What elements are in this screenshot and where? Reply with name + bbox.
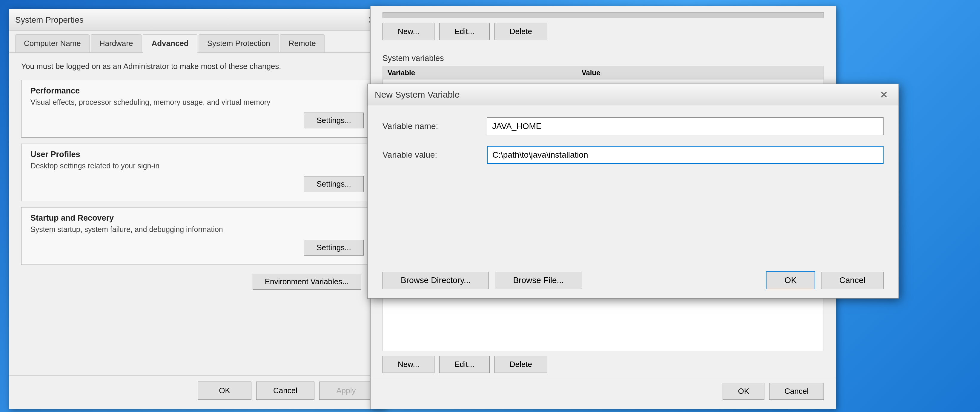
sys-props-cancel-btn[interactable]: Cancel	[256, 382, 314, 400]
sys-props-body: You must be logged on as an Administrato…	[9, 53, 385, 375]
sys-edit-btn[interactable]: Edit...	[439, 356, 489, 373]
performance-desc: Visual effects, processor scheduling, me…	[30, 98, 364, 107]
startup-recovery-settings-btn[interactable]: Settings...	[304, 240, 364, 256]
environment-variables-btn[interactable]: Environment Variables...	[253, 274, 361, 290]
variable-value-input[interactable]	[487, 146, 883, 164]
sys-props-footer: OK Cancel Apply	[9, 375, 385, 409]
variable-name-input[interactable]	[487, 117, 883, 135]
variable-value-label: Variable value:	[382, 150, 478, 160]
browse-directory-btn[interactable]: Browse Directory...	[382, 272, 489, 289]
sys-delete-btn[interactable]: Delete	[495, 356, 547, 373]
user-new-btn[interactable]: New...	[382, 23, 434, 40]
sys-props-titlebar: System Properties ✕	[9, 9, 385, 31]
startup-recovery-desc: System startup, system failure, and debu…	[30, 225, 364, 234]
performance-title: Performance	[30, 86, 364, 95]
tab-system-protection[interactable]: System Protection	[199, 34, 279, 52]
system-vars-label: System variables	[371, 45, 836, 66]
sys-new-btn[interactable]: New...	[382, 356, 434, 373]
tab-remote[interactable]: Remote	[280, 34, 325, 52]
sys-props-apply-btn[interactable]: Apply	[319, 382, 373, 400]
admin-notice: You must be logged on as an Administrato…	[21, 62, 373, 71]
variable-name-row: Variable name:	[382, 117, 883, 135]
browse-file-btn[interactable]: Browse File...	[495, 272, 582, 289]
env-footer: OK Cancel	[371, 378, 836, 409]
system-properties-window: System Properties ✕ Computer Name Hardwa…	[9, 9, 385, 409]
dialog-titlebar: New System Variable ✕	[368, 84, 899, 105]
dialog-body: Variable name: Variable value:	[368, 105, 899, 176]
dialog-close-btn[interactable]: ✕	[877, 87, 891, 102]
sys-vars-buttons: New... Edit... Delete	[371, 351, 836, 378]
user-delete-btn[interactable]: Delete	[495, 23, 547, 40]
tab-hardware[interactable]: Hardware	[91, 34, 142, 52]
dialog-cancel-btn[interactable]: Cancel	[821, 272, 883, 289]
user-profiles-section: User Profiles Desktop settings related t…	[21, 143, 373, 201]
variable-value-row: Variable value:	[382, 146, 883, 164]
sys-props-title: System Properties	[15, 15, 84, 25]
performance-settings-btn[interactable]: Settings...	[304, 113, 364, 128]
desktop: System Properties ✕ Computer Name Hardwa…	[0, 0, 980, 412]
user-vars-buttons: New... Edit... Delete	[371, 18, 836, 45]
col-variable: Variable	[388, 68, 582, 77]
startup-recovery-title: Startup and Recovery	[30, 213, 364, 223]
user-profiles-desc: Desktop settings related to your sign-in	[30, 162, 364, 170]
tab-advanced[interactable]: Advanced	[143, 34, 197, 53]
col-value: Value	[582, 68, 819, 77]
performance-section: Performance Visual effects, processor sc…	[21, 80, 373, 138]
sys-props-ok-btn[interactable]: OK	[198, 382, 251, 400]
variable-name-label: Variable name:	[382, 121, 478, 131]
tab-computer-name[interactable]: Computer Name	[15, 34, 89, 52]
new-system-variable-dialog: New System Variable ✕ Variable name: Var…	[367, 84, 899, 299]
user-profiles-settings-btn[interactable]: Settings...	[304, 176, 364, 192]
user-profiles-title: User Profiles	[30, 150, 364, 159]
env-ok-btn[interactable]: OK	[722, 383, 764, 400]
user-edit-btn[interactable]: Edit...	[439, 23, 489, 40]
dialog-footer: Browse Directory... Browse File... OK Ca…	[368, 269, 899, 298]
env-cancel-btn[interactable]: Cancel	[769, 383, 824, 400]
startup-recovery-section: Startup and Recovery System startup, sys…	[21, 207, 373, 265]
env-table-header: Variable Value	[383, 66, 824, 80]
dialog-title: New System Variable	[375, 89, 460, 100]
dialog-ok-btn[interactable]: OK	[766, 271, 815, 289]
sys-props-tabs: Computer Name Hardware Advanced System P…	[9, 31, 385, 53]
